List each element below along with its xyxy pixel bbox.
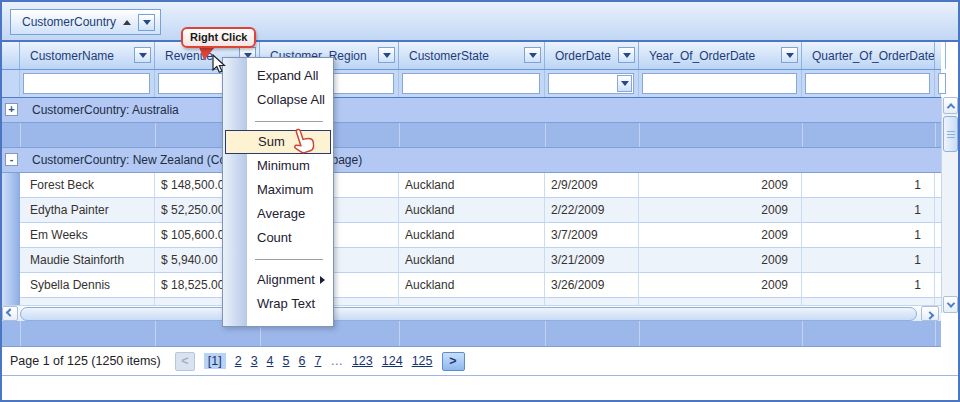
group-field-button[interactable]: CustomerCountry [10, 9, 161, 35]
right-click-callout: Right Click [181, 27, 256, 48]
scroll-left-button[interactable] [2, 306, 18, 321]
cell-quarter[interactable]: 1 [802, 173, 935, 198]
cell-customername[interactable]: Maudie Stainforth [20, 248, 155, 273]
date-filter-dropdown-button[interactable] [617, 75, 632, 92]
group-filter-button[interactable] [138, 14, 155, 31]
column-header-indent [2, 42, 20, 69]
sort-ascending-icon [123, 20, 131, 25]
pager-prev-button[interactable]: < [175, 352, 195, 371]
horizontal-scrollbar [2, 305, 941, 321]
pager-page-link[interactable]: 125 [412, 354, 433, 368]
menu-item-average[interactable]: Average [223, 202, 333, 226]
pager-page-link[interactable]: 123 [352, 354, 373, 368]
filter-dropdown-icon [383, 53, 391, 58]
pager-page-link[interactable]: 4 [267, 354, 274, 368]
grid-body: + CustomerCountry: Australia - CustomerC… [2, 98, 941, 305]
column-header-orderdate[interactable]: OrderDate [545, 42, 639, 69]
cell-orderdate[interactable]: 3/21/2009 [545, 248, 639, 273]
row-indent-cell [2, 273, 20, 298]
column-filter-button[interactable] [618, 47, 635, 63]
menu-item-expand-all[interactable]: Expand All [223, 64, 333, 88]
filter-input-customerstate[interactable] [402, 73, 540, 94]
filter-input-clipped[interactable] [938, 73, 946, 94]
group-by-panel: CustomerCountry [2, 2, 958, 42]
scroll-right-button[interactable] [921, 306, 939, 321]
menu-item-maximum[interactable]: Maximum [223, 178, 333, 202]
cell-orderdate[interactable]: 2/22/2009 [545, 198, 639, 223]
cell-orderdate[interactable]: 1/12/2009 [545, 298, 639, 305]
column-filter-button[interactable] [134, 47, 151, 63]
cell-quarter[interactable]: 1 [802, 273, 935, 298]
filter-input-quarter[interactable] [805, 73, 930, 94]
cell-customerstate[interactable]: Auckland [399, 273, 545, 298]
cell-customerstate[interactable]: Wellington [399, 298, 545, 305]
column-header-customerstate[interactable]: CustomerState [399, 42, 545, 69]
filter-dropdown-icon [786, 53, 794, 58]
column-header-clipped[interactable]: M [935, 42, 946, 69]
cell-customerstate[interactable]: Auckland [399, 173, 545, 198]
cell-year[interactable]: 2009 [639, 248, 802, 273]
group-summary-row [2, 123, 941, 148]
pager-next-button[interactable]: > [442, 352, 465, 371]
cell-quarter[interactable]: 1 [802, 298, 935, 305]
menu-separator [223, 250, 333, 268]
group-field-label: CustomerCountry [22, 15, 116, 29]
pager-page-link[interactable]: 7 [314, 354, 321, 368]
context-menu: Expand All Collapse All Sum Minimum Maxi… [222, 57, 334, 327]
cell-customerstate[interactable]: Auckland [399, 223, 545, 248]
cell-customerstate[interactable]: Auckland [399, 248, 545, 273]
pager-page-link[interactable]: 2 [235, 354, 242, 368]
cell-customername[interactable]: Edytha Painter [20, 198, 155, 223]
cell-year[interactable]: 2009 [639, 223, 802, 248]
menu-item-minimum[interactable]: Minimum [223, 154, 333, 178]
hand-cursor-icon [290, 127, 316, 155]
menu-item-wrap-text[interactable]: Wrap Text [223, 292, 333, 316]
table-row: Edytha Painter $ 52,250.00 Auckland 2/22… [2, 198, 941, 223]
menu-item-alignment[interactable]: Alignment [223, 268, 333, 292]
column-filter-button[interactable] [378, 47, 395, 63]
cell-customerstate[interactable]: Auckland [399, 198, 545, 223]
column-filter-button[interactable] [781, 47, 798, 63]
pager-page-link[interactable]: 6 [299, 354, 306, 368]
group-row-australia[interactable]: + CustomerCountry: Australia [2, 98, 941, 123]
menu-item-collapse-all[interactable]: Collapse All [223, 88, 333, 112]
vertical-scroll-thumb[interactable] [943, 116, 958, 152]
table-row: Maudie Stainforth $ 5,940.00 Auckland 3/… [2, 248, 941, 273]
cell-year[interactable]: 2009 [639, 298, 802, 305]
scroll-up-button[interactable] [943, 97, 958, 114]
group-row-new-zealand[interactable]: - CustomerCountry: New Zealand (Continue… [2, 148, 941, 173]
filter-input-year[interactable] [642, 73, 797, 94]
filter-dropdown-icon [139, 53, 147, 58]
cell-quarter[interactable]: 1 [802, 248, 935, 273]
pager-page-link[interactable]: 5 [283, 354, 290, 368]
menu-item-count[interactable]: Count [223, 226, 333, 250]
pager-page-link[interactable]: 124 [382, 354, 403, 368]
cell-year[interactable]: 2009 [639, 273, 802, 298]
cell-customername[interactable]: Mark Schmidt [20, 298, 155, 305]
scroll-down-button[interactable] [943, 296, 958, 313]
horizontal-scroll-thumb[interactable] [20, 307, 917, 321]
cell-customername[interactable]: Forest Beck [20, 173, 155, 198]
cell-year[interactable]: 2009 [639, 198, 802, 223]
cell-orderdate[interactable]: 3/7/2009 [545, 223, 639, 248]
cell-year[interactable]: 2009 [639, 173, 802, 198]
cell-quarter[interactable]: 1 [802, 223, 935, 248]
cell-quarter[interactable]: 1 [802, 198, 935, 223]
cell-customername[interactable]: Sybella Dennis [20, 273, 155, 298]
expand-button[interactable]: + [5, 103, 18, 116]
filter-input-customername[interactable] [23, 73, 150, 94]
row-indent-cell [2, 173, 20, 198]
cell-customername[interactable]: Em Weeks [20, 223, 155, 248]
cell-orderdate[interactable]: 3/26/2009 [545, 273, 639, 298]
collapse-button[interactable]: - [5, 153, 18, 166]
menu-separator [223, 112, 333, 130]
chevron-up-icon [946, 103, 954, 111]
column-header-customername[interactable]: CustomerName [20, 42, 155, 69]
column-filter-button[interactable] [524, 47, 541, 63]
cell-orderdate[interactable]: 2/9/2009 [545, 173, 639, 198]
table-row: Forest Beck $ 148,500.00 Auckland 2/9/20… [2, 173, 941, 198]
pager-page-link[interactable]: 3 [251, 354, 258, 368]
column-header-year[interactable]: Year_Of_OrderDate [639, 42, 802, 69]
chevron-down-icon [946, 299, 954, 307]
column-header-quarter[interactable]: Quarter_Of_OrderDate [802, 42, 935, 69]
